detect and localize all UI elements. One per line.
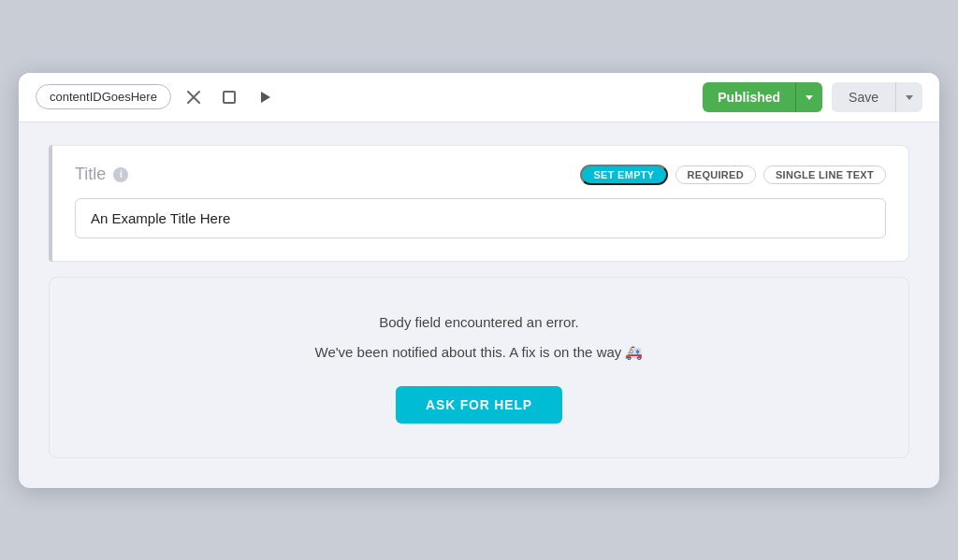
ask-for-help-button[interactable]: ASK FOR HELP <box>396 386 562 424</box>
svg-rect-2 <box>224 92 235 103</box>
content-id-pill: contentIDGoesHere <box>36 84 171 109</box>
field-label-group: Title i <box>75 165 128 184</box>
field-badges: SET EMPTY REQUIRED SINGLE LINE TEXT <box>580 165 886 185</box>
published-button[interactable]: Published <box>703 82 795 112</box>
topbar: contentIDGoesHere Published <box>19 73 939 122</box>
title-field-card: Title i SET EMPTY REQUIRED SINGLE LINE T… <box>52 145 909 262</box>
single-line-badge: SINGLE LINE TEXT <box>763 165 886 184</box>
error-line-2: We've been notified about this. A fix is… <box>315 341 644 364</box>
close-button[interactable] <box>181 84 207 110</box>
svg-marker-5 <box>906 95 913 100</box>
play-button[interactable] <box>252 84 278 110</box>
published-button-group: Published <box>703 82 822 112</box>
info-icon: i <box>113 167 128 182</box>
save-dropdown-button[interactable] <box>895 82 922 112</box>
app-window: contentIDGoesHere Published <box>19 73 939 488</box>
error-line-1: Body field encountered an error. <box>379 311 578 334</box>
svg-marker-4 <box>806 95 813 100</box>
save-button[interactable]: Save <box>832 82 895 112</box>
required-badge: REQUIRED <box>675 165 756 184</box>
expand-button[interactable] <box>216 84 242 110</box>
error-card: Body field encountered an error. We've b… <box>49 277 909 458</box>
title-field-wrapper: Title i SET EMPTY REQUIRED SINGLE LINE T… <box>49 145 909 262</box>
field-header: Title i SET EMPTY REQUIRED SINGLE LINE T… <box>75 165 886 185</box>
set-empty-badge[interactable]: SET EMPTY <box>580 165 667 185</box>
svg-marker-3 <box>261 92 270 103</box>
main-content: Title i SET EMPTY REQUIRED SINGLE LINE T… <box>19 122 939 488</box>
published-dropdown-button[interactable] <box>795 82 822 112</box>
field-label: Title <box>75 165 106 184</box>
save-button-group: Save <box>832 82 922 112</box>
title-input[interactable] <box>75 198 886 238</box>
